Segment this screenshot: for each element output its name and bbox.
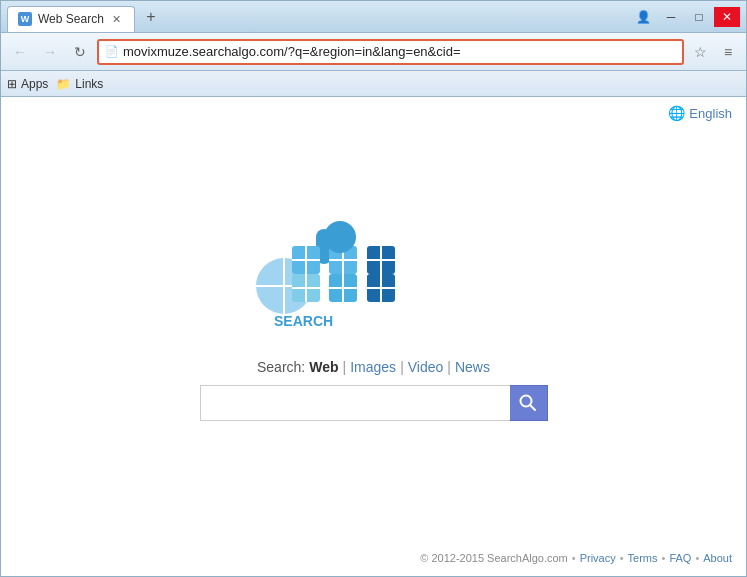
svg-point-23	[324, 221, 356, 253]
bookmark-links[interactable]: 📁 Links	[56, 77, 103, 91]
page-footer: © 2012-2015 SearchAlgo.com • Privacy • T…	[420, 552, 732, 564]
svg-text:SEARCH: SEARCH	[274, 313, 333, 329]
footer-dot-4: •	[695, 552, 699, 564]
globe-icon: 🌐	[668, 105, 685, 121]
tab-web[interactable]: Web	[309, 359, 338, 375]
tab-video[interactable]: Video	[408, 359, 444, 375]
close-button[interactable]: ✕	[714, 7, 740, 27]
footer-dot-2: •	[620, 552, 624, 564]
footer-privacy-link[interactable]: Privacy	[580, 552, 616, 564]
bookmark-apps-label: Apps	[21, 77, 48, 91]
tab-sep-1: |	[343, 359, 347, 375]
tab-sep-2: |	[400, 359, 404, 375]
footer-dot-3: •	[662, 552, 666, 564]
language-label: English	[689, 106, 732, 121]
search-tabs: Search: Web | Images | Video | News	[257, 359, 490, 375]
search-main: SEARCH	[1, 125, 746, 576]
page-content: 🌐 English	[1, 97, 746, 576]
titlebar: W Web Search ✕ + 👤 ─ □ ✕	[1, 1, 746, 33]
user-button[interactable]: 👤	[630, 7, 656, 27]
search-button[interactable]	[510, 385, 548, 421]
search-icon	[519, 394, 537, 412]
bookmark-star-button[interactable]: ☆	[688, 40, 712, 64]
bookmark-apps[interactable]: ⊞ Apps	[7, 77, 48, 91]
navbar: ← → ↻ 📄 ☆ ≡	[1, 33, 746, 71]
svg-line-25	[530, 405, 535, 410]
page-icon: 📄	[105, 45, 119, 58]
bookmark-links-label: Links	[75, 77, 103, 91]
footer-dot-1: •	[572, 552, 576, 564]
back-button[interactable]: ←	[7, 39, 33, 65]
forward-button[interactable]: →	[37, 39, 63, 65]
browser-menu-button[interactable]: ≡	[716, 40, 740, 64]
browser-window: W Web Search ✕ + 👤 ─ □ ✕ ← → ↻ 📄 ☆ ≡ ⊞ A…	[0, 0, 747, 577]
refresh-button[interactable]: ↻	[67, 39, 93, 65]
search-tabs-label: Search:	[257, 359, 305, 375]
search-input[interactable]	[200, 385, 510, 421]
minimize-button[interactable]: ─	[658, 7, 684, 27]
browser-tab[interactable]: W Web Search ✕	[7, 6, 135, 32]
language-selector[interactable]: 🌐 English	[668, 105, 732, 121]
window-controls: 👤 ─ □ ✕	[630, 7, 740, 27]
new-tab-button[interactable]: +	[139, 5, 163, 29]
links-folder-icon: 📁	[56, 77, 71, 91]
tab-images[interactable]: Images	[350, 359, 396, 375]
language-bar: 🌐 English	[1, 97, 746, 125]
footer-about-link[interactable]: About	[703, 552, 732, 564]
address-input[interactable]	[123, 44, 676, 59]
maximize-button[interactable]: □	[686, 7, 712, 27]
search-box-row	[200, 385, 548, 421]
bookmarks-bar: ⊞ Apps 📁 Links	[1, 71, 746, 97]
tab-news[interactable]: News	[455, 359, 490, 375]
address-bar[interactable]: 📄	[97, 39, 684, 65]
apps-icon: ⊞	[7, 77, 17, 91]
search-algo-logo: SEARCH	[234, 221, 514, 341]
tab-title: Web Search	[38, 12, 104, 26]
tab-sep-3: |	[447, 359, 451, 375]
footer-terms-link[interactable]: Terms	[628, 552, 658, 564]
tab-close-button[interactable]: ✕	[110, 12, 124, 26]
copyright-text: © 2012-2015 SearchAlgo.com	[420, 552, 568, 564]
tab-favicon: W	[18, 12, 32, 26]
footer-faq-link[interactable]: FAQ	[669, 552, 691, 564]
logo-container: SEARCH	[234, 221, 514, 341]
